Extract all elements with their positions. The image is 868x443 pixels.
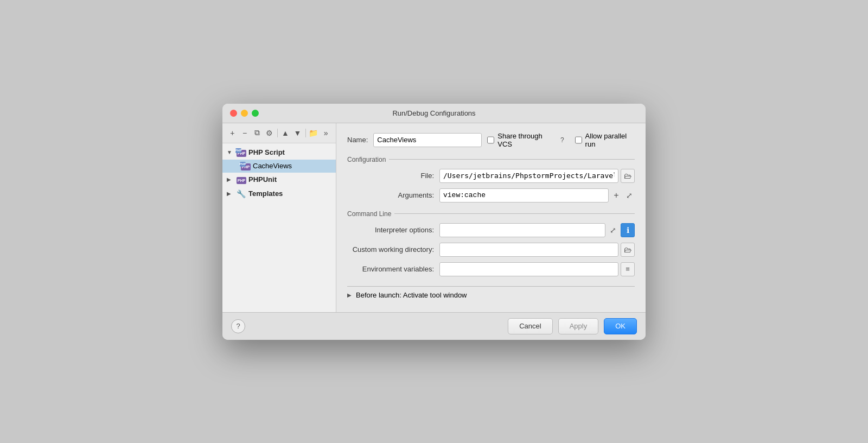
- environment-variables-input[interactable]: [439, 262, 618, 276]
- cacheviews-label: CacheViews: [253, 162, 292, 170]
- folder-icon-2: 🗁: [624, 245, 631, 254]
- header-options: Share through VCS ? Allow parallel run: [487, 132, 635, 148]
- phpunit-chevron-icon: ▶: [227, 176, 235, 182]
- php-script-icon: PHP PHP: [235, 148, 246, 157]
- arguments-input[interactable]: [439, 188, 609, 202]
- cancel-button[interactable]: Cancel: [508, 318, 552, 334]
- environment-variables-row: Environment variables: ≡: [347, 262, 635, 276]
- arguments-label: Arguments:: [347, 191, 434, 199]
- footer-right: Cancel Apply OK: [508, 318, 637, 334]
- interpreter-options-label: Interpreter options:: [347, 226, 434, 234]
- file-input[interactable]: [439, 169, 618, 183]
- toolbar-separator-2: [305, 129, 306, 137]
- close-button[interactable]: [230, 110, 237, 117]
- allow-parallel-row: Allow parallel run: [575, 132, 635, 148]
- arguments-field-row: Arguments: + ⤢: [347, 188, 635, 202]
- arguments-input-wrapper: + ⤢: [439, 188, 635, 202]
- arguments-expand-icon[interactable]: ⤢: [624, 188, 635, 202]
- templates-chevron-icon: ▶: [227, 191, 235, 197]
- window-title: Run/Debug Configurations: [392, 109, 475, 117]
- interpreter-options-field-row: Interpreter options: ⤢ ℹ: [347, 223, 635, 237]
- copy-configuration-button[interactable]: ⧉: [251, 126, 263, 140]
- file-label: File:: [347, 172, 434, 180]
- tree-item-php-script-group[interactable]: ▼ PHP PHP PHP Script: [222, 145, 336, 160]
- window-controls: [230, 110, 259, 117]
- footer-left: ?: [231, 319, 245, 333]
- custom-working-directory-row: Custom working directory: 🗁: [347, 243, 635, 257]
- command-line-section: Command Line Interpreter options: ⤢ ℹ C: [347, 210, 635, 276]
- name-input[interactable]: [373, 133, 482, 147]
- custom-working-directory-input[interactable]: [439, 243, 618, 257]
- toolbar-separator: [277, 129, 278, 137]
- interpreter-info-button[interactable]: ℹ: [621, 223, 635, 237]
- interpreter-options-input[interactable]: [439, 223, 605, 237]
- env-edit-icon: ≡: [626, 265, 630, 273]
- left-panel: + − ⧉ ⚙ ▲ ▼ 📁 » ▼ PH: [222, 123, 336, 312]
- environment-variables-label: Environment variables:: [347, 265, 434, 273]
- add-configuration-button[interactable]: +: [227, 126, 238, 140]
- remove-configuration-button[interactable]: −: [239, 126, 251, 140]
- share-vcs-label: Share through VCS: [497, 132, 554, 148]
- dialog-body: + − ⧉ ⚙ ▲ ▼ 📁 » ▼ PH: [222, 123, 646, 312]
- tree-item-templates-group[interactable]: ▶ 🔧 Templates: [222, 187, 336, 201]
- wrench-icon: 🔧: [237, 189, 246, 198]
- before-launch-label: Before launch: Activate tool window: [356, 291, 467, 299]
- share-vcs-checkbox[interactable]: [487, 136, 494, 144]
- php-script-label: PHP Script: [248, 148, 285, 156]
- command-line-section-header: Command Line: [347, 210, 635, 218]
- help-button[interactable]: ?: [231, 319, 245, 333]
- maximize-button[interactable]: [252, 110, 259, 117]
- titlebar: Run/Debug Configurations: [222, 104, 646, 123]
- run-debug-dialog: Run/Debug Configurations + − ⧉ ⚙ ▲ ▼ 📁 »: [222, 104, 646, 340]
- configuration-section-header: Configuration: [347, 156, 635, 163]
- arguments-add-icon[interactable]: +: [611, 188, 622, 202]
- allow-parallel-checkbox[interactable]: [575, 136, 582, 144]
- custom-working-directory-wrapper: 🗁: [439, 243, 635, 257]
- more-button[interactable]: »: [320, 126, 331, 140]
- share-vcs-row: Share through VCS ?: [487, 132, 567, 148]
- environment-variables-edit-button[interactable]: ≡: [621, 262, 635, 276]
- folder-icon: 🗁: [624, 172, 631, 180]
- environment-variables-wrapper: ≡: [439, 262, 635, 276]
- before-launch-section: ▶ Before launch: Activate tool window: [347, 286, 635, 303]
- cacheviews-icon: PHP PHP: [240, 162, 251, 170]
- apply-button[interactable]: Apply: [558, 318, 599, 334]
- interpreter-expand-icon[interactable]: ⤢: [608, 223, 618, 237]
- new-folder-button[interactable]: 📁: [308, 126, 320, 140]
- configuration-section: Configuration File: 🗁 Arguments:: [347, 156, 635, 202]
- right-panel: Name: Share through VCS ? Allow parallel…: [336, 123, 646, 312]
- dialog-footer: ? Cancel Apply OK: [222, 312, 646, 340]
- configurations-tree: ▼ PHP PHP PHP Script: [222, 143, 336, 312]
- info-icon: ℹ: [627, 226, 629, 235]
- file-browse-button[interactable]: 🗁: [621, 169, 635, 183]
- tree-item-cacheviews[interactable]: PHP PHP CacheViews: [222, 160, 336, 173]
- share-vcs-help-icon[interactable]: ?: [557, 133, 567, 147]
- phpunit-icon: PHP: [235, 175, 246, 184]
- allow-parallel-label: Allow parallel run: [585, 132, 635, 148]
- configurations-toolbar: + − ⧉ ⚙ ▲ ▼ 📁 »: [222, 123, 336, 143]
- php-script-chevron-icon: ▼: [227, 149, 235, 155]
- file-field-row: File: 🗁: [347, 169, 635, 183]
- templates-label: Templates: [248, 189, 283, 198]
- interpreter-options-wrapper: ⤢ ℹ: [439, 223, 635, 237]
- file-input-wrapper: 🗁: [439, 169, 635, 183]
- tree-item-phpunit-group[interactable]: ▶ PHP PHPUnit: [222, 173, 336, 187]
- move-down-button[interactable]: ▼: [292, 126, 303, 140]
- settings-button[interactable]: ⚙: [264, 126, 275, 140]
- before-launch-chevron-icon: ▶: [347, 292, 352, 298]
- custom-working-directory-label: Custom working directory:: [347, 245, 434, 254]
- templates-icon: 🔧: [235, 189, 246, 198]
- working-directory-browse-button[interactable]: 🗁: [621, 243, 635, 257]
- ok-button[interactable]: OK: [604, 318, 637, 334]
- name-row: Name: Share through VCS ? Allow parallel…: [347, 132, 635, 148]
- move-up-button[interactable]: ▲: [279, 126, 291, 140]
- phpunit-label: PHPUnit: [248, 175, 277, 183]
- minimize-button[interactable]: [241, 110, 248, 117]
- name-label: Name:: [347, 136, 368, 144]
